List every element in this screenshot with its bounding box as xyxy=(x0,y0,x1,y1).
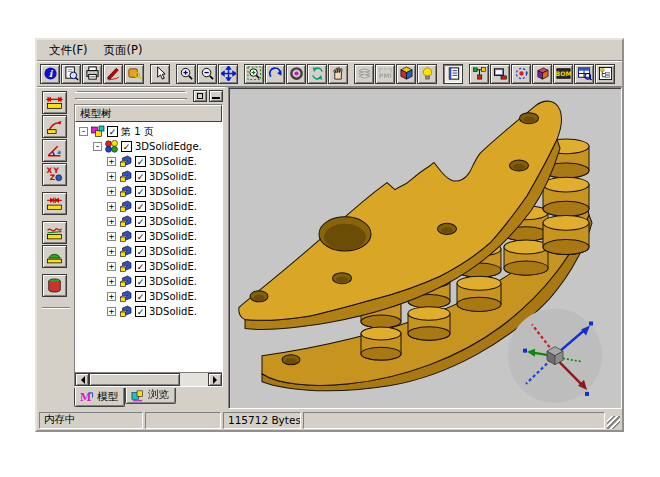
tree-row-part-6[interactable]: +✓3DSolidE. xyxy=(77,244,222,259)
tree-item-label[interactable]: 3DSolidE. xyxy=(149,231,197,242)
tree-expander[interactable]: + xyxy=(107,247,116,256)
tree-checkbox[interactable]: ✓ xyxy=(135,171,146,182)
scrollbar-thumb[interactable] xyxy=(89,373,180,386)
license-key-button[interactable] xyxy=(124,64,144,84)
layers-button[interactable] xyxy=(354,64,374,84)
tree-expander[interactable]: + xyxy=(107,292,116,301)
zoom-fit-button[interactable] xyxy=(244,64,264,84)
menu-item-0[interactable]: 文件(F) xyxy=(41,41,96,60)
tab-model[interactable]: M模型 xyxy=(74,388,125,407)
tree-item-label[interactable]: 3DSolidE. xyxy=(149,216,197,227)
tree-item-label[interactable]: 3DSolidE. xyxy=(149,261,197,272)
tree-row-part-3[interactable]: +✓3DSolidE. xyxy=(77,199,222,214)
structure-tree-button[interactable] xyxy=(595,64,615,84)
tree-item-label[interactable]: 3DSolidE. xyxy=(149,276,197,287)
tree-item-label[interactable]: 3DSolidE. xyxy=(149,186,197,197)
table-view-button[interactable] xyxy=(574,64,594,84)
tree-expander[interactable]: + xyxy=(107,262,116,271)
tree-checkbox[interactable]: ✓ xyxy=(135,201,146,212)
model-tree[interactable]: -✓第 1 页-✓3DSolidEdge.+✓3DSolidE.+✓3DSoli… xyxy=(75,122,222,372)
hand-pan-button[interactable] xyxy=(328,64,348,84)
tree-item-label[interactable]: 3DSolidE. xyxy=(149,291,197,302)
measure-area-button[interactable] xyxy=(42,245,67,268)
markup-pen-button[interactable] xyxy=(103,64,123,84)
tree-checkbox[interactable]: ✓ xyxy=(135,216,146,227)
tree-expander[interactable]: + xyxy=(107,187,116,196)
tree-checkbox[interactable]: ✓ xyxy=(135,306,146,317)
scroll-right-button[interactable] xyxy=(208,373,222,386)
notebook-button[interactable] xyxy=(443,64,463,84)
pmi-button[interactable]: PMI xyxy=(375,64,395,84)
measure-angle-button[interactable]: a xyxy=(42,139,67,162)
tree-checkbox[interactable]: ✓ xyxy=(135,186,146,197)
tree-row-part-7[interactable]: +✓3DSolidE. xyxy=(77,259,222,274)
tree-expander[interactable]: - xyxy=(79,127,88,136)
bom-button[interactable]: BOM xyxy=(553,64,573,84)
tree-expander[interactable]: + xyxy=(107,232,116,241)
tree-row-document[interactable]: -✓3DSolidEdge. xyxy=(77,139,222,154)
tree-expander[interactable]: + xyxy=(107,157,116,166)
tree-item-label[interactable]: 3DSolidE. xyxy=(149,246,197,257)
viewport-3d[interactable] xyxy=(228,87,622,409)
print-preview-button[interactable] xyxy=(61,64,81,84)
panel-float-button[interactable] xyxy=(193,90,207,102)
assembly-tree-button[interactable] xyxy=(469,64,489,84)
tree-row-part-9[interactable]: +✓3DSolidE. xyxy=(77,289,222,304)
zoom-out-button[interactable] xyxy=(197,64,217,84)
tree-checkbox[interactable]: ✓ xyxy=(135,276,146,287)
tree-row-part-4[interactable]: +✓3DSolidE. xyxy=(77,214,222,229)
tree-checkbox[interactable]: ✓ xyxy=(135,291,146,302)
tree-row-page[interactable]: -✓第 1 页 xyxy=(77,124,222,139)
tree-item-label[interactable]: 3DSolidE. xyxy=(149,306,197,317)
tree-horizontal-scrollbar[interactable] xyxy=(75,372,222,386)
tree-checkbox[interactable]: ✓ xyxy=(135,246,146,257)
tree-row-part-5[interactable]: +✓3DSolidE. xyxy=(77,229,222,244)
measure-volume-button[interactable] xyxy=(42,274,67,297)
capture-button[interactable] xyxy=(490,64,510,84)
measure-distance-button[interactable] xyxy=(42,91,67,114)
view-cube-button[interactable] xyxy=(396,64,416,84)
light-button[interactable] xyxy=(417,64,437,84)
tree-row-part-1[interactable]: +✓3DSolidE. xyxy=(77,169,222,184)
tree-expander[interactable]: + xyxy=(107,217,116,226)
pan-button[interactable] xyxy=(218,64,238,84)
info-button[interactable]: i xyxy=(40,64,60,84)
refresh-button[interactable] xyxy=(307,64,327,84)
tree-expander[interactable]: - xyxy=(93,142,102,151)
solid-view-button[interactable] xyxy=(532,64,552,84)
zoom-in-button[interactable] xyxy=(176,64,196,84)
print-button[interactable] xyxy=(82,64,102,84)
tree-row-part-0[interactable]: +✓3DSolidE. xyxy=(77,154,222,169)
panel-gripper[interactable] xyxy=(75,92,187,99)
tree-expander[interactable]: + xyxy=(107,202,116,211)
tree-item-label[interactable]: 3DSolidEdge. xyxy=(135,141,202,152)
scroll-left-button[interactable] xyxy=(75,373,89,386)
menu-item-1[interactable]: 页面(P) xyxy=(96,41,151,60)
measure-curve-length-button[interactable] xyxy=(42,221,67,244)
tree-row-part-2[interactable]: +✓3DSolidE. xyxy=(77,184,222,199)
tree-item-label[interactable]: 3DSolidE. xyxy=(149,156,197,167)
tree-item-label[interactable]: 第 1 页 xyxy=(121,125,154,139)
animation-button[interactable] xyxy=(511,64,531,84)
tree-item-label[interactable]: 3DSolidE. xyxy=(149,201,197,212)
render-mode-button[interactable] xyxy=(286,64,306,84)
tree-expander[interactable]: + xyxy=(107,277,116,286)
tree-expander[interactable]: + xyxy=(107,307,116,316)
tree-expander[interactable]: + xyxy=(107,172,116,181)
measure-radius-button[interactable] xyxy=(42,115,67,138)
tree-checkbox[interactable]: ✓ xyxy=(135,231,146,242)
tree-row-part-8[interactable]: +✓3DSolidE. xyxy=(77,274,222,289)
rotate-view-button[interactable] xyxy=(265,64,285,84)
tree-checkbox[interactable]: ✓ xyxy=(135,156,146,167)
tree-row-part-10[interactable]: +✓3DSolidE. xyxy=(77,304,222,319)
tab-browse[interactable]: 浏览 xyxy=(125,388,176,404)
select-cursor-button[interactable] xyxy=(150,64,170,84)
panel-hide-button[interactable] xyxy=(209,90,223,102)
tree-checkbox[interactable]: ✓ xyxy=(135,261,146,272)
tree-item-label[interactable]: 3DSolidE. xyxy=(149,171,197,182)
statusbar-resize-grip[interactable] xyxy=(607,416,620,429)
measure-gap-button[interactable] xyxy=(42,192,67,215)
model-canvas[interactable] xyxy=(229,88,621,408)
scrollbar-track[interactable] xyxy=(180,373,208,386)
tree-checkbox[interactable]: ✓ xyxy=(121,141,132,152)
